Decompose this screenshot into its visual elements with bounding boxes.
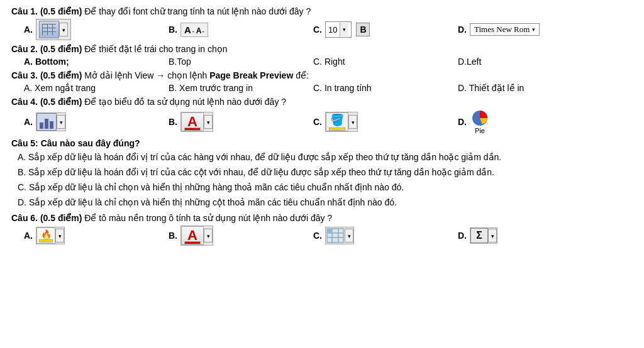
q4-c-icon[interactable]: 🪣 ▾ (325, 112, 358, 132)
q2-title-text: Để thiết đặt lề trái cho trang in chọn (82, 44, 227, 54)
q6-title-prefix: Câu 6. (0.5 điểm) (11, 213, 82, 223)
q6-d-arrow[interactable]: ▾ (488, 229, 497, 242)
q6-b-icon[interactable]: A ▾ (180, 226, 213, 246)
q4-title: Câu 4. (0.5 điểm) Để tạo biểu đồ ta sử d… (11, 97, 633, 107)
q3-title-text: Mở dải lệnh View → chọn lệnh (82, 70, 209, 80)
red-bar (184, 128, 201, 131)
q2-answer-b: B.Top (169, 57, 313, 67)
q1-a-icon[interactable]: ▾ (36, 19, 71, 40)
bold-button[interactable]: B (356, 23, 370, 36)
question-4: Câu 4. (0.5 điểm) Để tạo biểu đồ ta sử d… (11, 97, 633, 134)
q4-c-label: C. (313, 117, 322, 127)
question-1: Câu 1. (0.5 điểm) Để thay đổi font chữ t… (11, 6, 633, 40)
q2-title: Câu 2. (0.5 điểm) Để thiết đặt lề trái c… (11, 44, 633, 54)
fire-icon: 🔥 (36, 227, 55, 244)
q3-answer-b: B. Xem trước trang in (169, 83, 313, 93)
bar1 (40, 122, 43, 129)
bucket-icon: 🪣 (330, 113, 344, 127)
q1-b-label: B. (169, 24, 177, 35)
pie-label: Pie (475, 127, 485, 134)
q1-answers: A. ▾ B. A- A- C. 10 ▾ B D. (24, 19, 633, 40)
q4-a-icon[interactable]: ▾ (36, 112, 66, 131)
q4-title-text: Để tạo biểu đồ ta sử dụng nút lệnh nào d… (82, 97, 286, 107)
q4-b-label: B. (169, 117, 177, 127)
q1-title-text: Để thay đổi font chữ trang tính ta nút l… (82, 6, 311, 16)
font-size-value: 10 (328, 25, 337, 35)
font-size-box[interactable]: 10 ▾ (325, 21, 352, 38)
q5-answer-c: C. Sắp xếp dữ liệu là chỉ chọn và hiển t… (18, 181, 633, 194)
q4-answer-b: B. A ▾ (169, 112, 313, 132)
grid-icon (39, 21, 59, 38)
q2-answer-d: D.Left (458, 57, 602, 67)
fire-yellow-bar (39, 239, 53, 242)
q4-a-arrow[interactable]: ▾ (57, 115, 65, 129)
pie-chart-icon (470, 109, 490, 127)
question-5: Câu 5: Câu nào sau đây đúng? A. Sắp xếp … (11, 138, 633, 209)
q1-answer-a: A. ▾ (24, 19, 169, 40)
times-font-arrow[interactable]: ▾ (532, 26, 535, 33)
q6-c-arrow[interactable]: ▾ (345, 229, 353, 242)
q4-answer-a: A. ▾ (24, 112, 169, 131)
q1-b-icon[interactable]: A- A- (180, 23, 208, 37)
question-6: Câu 6. (0.5 điểm) Để tô màu nền trong ô … (11, 213, 633, 246)
q5-answer-d: D. Sắp xếp dữ liệu là chỉ chọn và hiển t… (18, 196, 633, 209)
q3-answers: A. Xem ngắt trang B. Xem trước trang in … (24, 83, 633, 93)
q2-answer-a: A. Bottom; (24, 57, 169, 67)
chart-grid-icon (36, 113, 57, 131)
q2-answer-c: C. Right (313, 57, 458, 67)
q5-title: Câu 5: Câu nào sau đây đúng? (11, 138, 633, 148)
q1-d-label: D. (458, 24, 467, 35)
q3-title-prefix: Câu 3. (0.5 điểm) (11, 70, 82, 80)
q6-title-text: Để tô màu nền trong ô tính ta sử dụng nú… (82, 213, 332, 223)
q6-a-label: A. (24, 231, 33, 241)
q6-c-icon[interactable]: ▾ (325, 227, 354, 244)
q4-b-arrow[interactable]: ▾ (204, 115, 213, 129)
q6-d-label: D. (458, 231, 467, 241)
q6-c-label: C. (313, 231, 322, 241)
pie-container: Pie (470, 109, 490, 134)
times-font-box[interactable]: Times New Rom ▾ (470, 23, 540, 36)
q1-c-label: C. (313, 24, 322, 35)
q3-answer-c: C. In trang tính (313, 83, 458, 93)
times-font-value: Times New Rom (474, 24, 530, 35)
q2-title-prefix: Câu 2. (0.5 điểm) (11, 44, 82, 54)
q5-answer-b: B. Sắp xếp dữ liệu là hoán đổi vị trí củ… (18, 166, 633, 179)
q6-red-bar (184, 241, 201, 244)
q6-answer-d: D. Σ ▾ (458, 227, 602, 244)
question-2: Câu 2. (0.5 điểm) Để thiết đặt lề trái c… (11, 44, 633, 67)
q6-b-arrow[interactable]: ▾ (204, 229, 213, 242)
q3-answer-d: D. Thiết đặt lề in (458, 83, 602, 93)
q1-answer-d: D. Times New Rom ▾ (458, 23, 602, 36)
q6-answer-c: C. ▾ (313, 227, 458, 244)
q6-big-a-icon: A (181, 226, 204, 245)
yellow-bar (329, 128, 345, 131)
q6-answers: A. 🔥 ▾ B. A ▾ C. (24, 226, 633, 246)
q6-b-label: B. (169, 231, 177, 241)
q6-d-icon[interactable]: Σ ▾ (470, 227, 497, 244)
q4-b-icon[interactable]: A ▾ (180, 112, 213, 132)
q6-title: Câu 6. (0.5 điểm) Để tô màu nền trong ô … (11, 213, 633, 223)
sigma-icon: Σ (470, 228, 488, 243)
q1-title-prefix: Câu 1. (0.5 điểm) (11, 6, 82, 16)
big-a-icon: A (181, 112, 204, 131)
table-icon (326, 227, 345, 244)
q3-title-rest: để: (293, 70, 309, 80)
font-size-arrow[interactable]: ▾ (340, 23, 348, 36)
q5-answer-a: A. Sắp xếp dữ liệu là hoán đổi vị trí củ… (18, 151, 633, 164)
q4-a-label: A. (24, 117, 33, 127)
q6-a-arrow[interactable]: ▾ (55, 229, 64, 242)
q3-answer-a: A. Xem ngắt trang (24, 83, 169, 93)
dropdown-arrow-icon[interactable]: ▾ (59, 23, 68, 36)
q6-answer-a: A. 🔥 ▾ (24, 227, 169, 244)
svg-rect-6 (327, 229, 332, 233)
fire-symbol: 🔥 (41, 229, 52, 239)
q3-title: Câu 3. (0.5 điểm) Mở dải lệnh View → chọ… (11, 70, 633, 80)
bar3 (50, 121, 53, 129)
fill-color-icon: 🪣 (326, 112, 348, 131)
q6-a-icon[interactable]: 🔥 ▾ (36, 227, 65, 244)
q4-c-arrow[interactable]: ▾ (348, 115, 357, 129)
q3-title-bold: Page Break Preview (209, 70, 293, 80)
q4-answer-d: D. Pie (458, 109, 602, 134)
question-3: Câu 3. (0.5 điểm) Mở dải lệnh View → chọ… (11, 70, 633, 93)
q1-a-label: A. (24, 24, 33, 35)
